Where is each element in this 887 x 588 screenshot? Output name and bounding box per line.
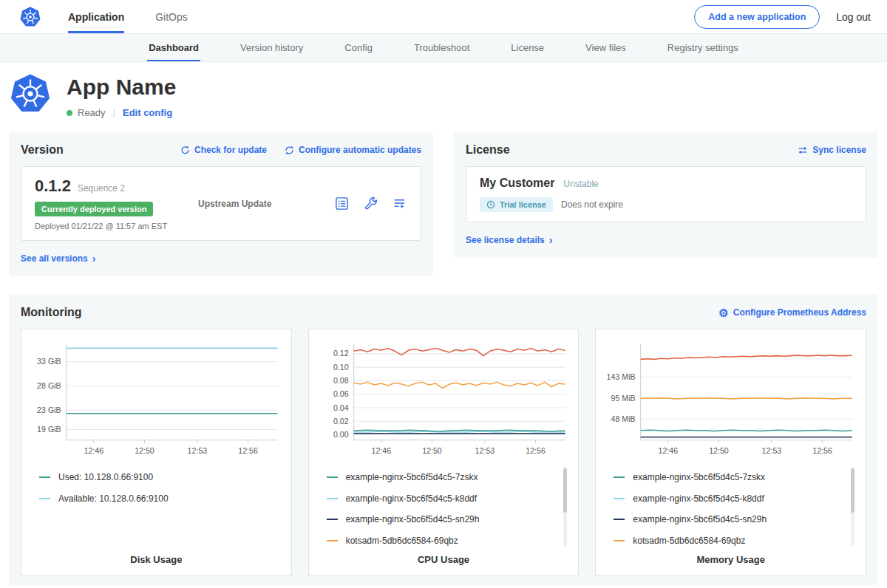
monitoring-card: Monitoring ⚙ Configure Prometheus Addres…	[9, 294, 878, 585]
subnav-tab-version-history[interactable]: Version history	[220, 34, 324, 61]
legend-label: example-nginx-5bc6f5d4c5-sn29h	[346, 514, 480, 524]
svg-text:48 MiB: 48 MiB	[611, 414, 636, 423]
legend-item: example-nginx-5bc6f5d4c5-sn29h	[614, 509, 855, 530]
deployed-version-badge: Currently deployed version	[35, 202, 153, 216]
svg-text:12:53: 12:53	[475, 446, 495, 455]
subnav-tab-config[interactable]: Config	[324, 34, 393, 61]
version-card-title: Version	[21, 143, 64, 157]
chevron-right-icon: ›	[549, 235, 553, 245]
page-title: App Name	[67, 75, 176, 100]
legend-item: example-nginx-5bc6f5d4c5-7zskx	[614, 467, 855, 488]
svg-text:12:56: 12:56	[526, 446, 546, 455]
tab-gitops-label: GitOps	[155, 11, 188, 23]
legend-label: example-nginx-5bc6f5d4c5-7zskx	[346, 472, 478, 482]
customer-name: My Customer	[480, 177, 554, 190]
subnav-tab-dashboard[interactable]: Dashboard	[128, 34, 220, 61]
legend-label: example-nginx-5bc6f5d4c5-sn29h	[633, 514, 767, 524]
subnav-label: Registry settings	[667, 42, 738, 53]
svg-text:12:53: 12:53	[188, 446, 208, 455]
see-all-versions-label: See all versions	[21, 253, 88, 264]
deployed-timestamp: Deployed 01/21/22 @ 11:57 am EST	[35, 222, 171, 230]
kubernetes-logo-icon	[19, 0, 41, 33]
chart-title: Memory Usage	[603, 554, 858, 565]
disk-usage-chart: 19 GiB23 GiB28 GiB33 GiB12:4612:5012:531…	[29, 338, 284, 458]
svg-text:12:50: 12:50	[422, 446, 442, 455]
tab-application[interactable]: Application	[68, 0, 124, 33]
check-for-update-label: Check for update	[194, 145, 267, 155]
configure-automatic-updates-link[interactable]: Configure automatic updates	[285, 145, 421, 155]
legend-color-swatch	[39, 476, 50, 478]
legend-label: kotsadm-5db6dc6584-69qbz	[633, 536, 745, 546]
see-license-details-link[interactable]: See license details ›	[466, 235, 552, 245]
svg-text:23 GiB: 23 GiB	[37, 406, 61, 414]
legend-label: example-nginx-5bc6f5d4c5-k8ddf	[633, 493, 764, 504]
app-subnav: Dashboard Version history Config Trouble…	[0, 34, 887, 62]
sync-license-link[interactable]: Sync license	[798, 145, 866, 155]
cards-row: Version Check for update Configure autom…	[0, 130, 887, 276]
tab-gitops[interactable]: GitOps	[155, 0, 188, 33]
legend-item: kotsadm-5db6dc6584-69qbz	[327, 530, 568, 552]
license-box: My Customer Unstable Trial license Does …	[466, 166, 866, 222]
clock-icon	[486, 200, 495, 209]
legend-item: kotsadm-5db6dc6584-69qbz	[614, 530, 855, 552]
current-version-box: 0.1.2 Sequence 2 Currently deployed vers…	[21, 166, 421, 241]
legend-color-swatch	[614, 519, 625, 520]
svg-text:0.10: 0.10	[333, 363, 349, 372]
disk-usage-panel: 19 GiB23 GiB28 GiB33 GiB12:4612:5012:531…	[21, 329, 292, 576]
logout-button[interactable]: Log out	[836, 11, 871, 23]
legend-label: Available: 10.128.0.66:9100	[58, 493, 169, 504]
legend-color-swatch	[614, 476, 625, 478]
legend-scrollbar-thumb[interactable]	[563, 468, 567, 513]
legend-item: Used: 10.128.0.66:9100	[39, 467, 281, 488]
app-status: Ready	[78, 107, 106, 118]
legend-label: Used: 10.128.0.66:9100	[58, 472, 153, 482]
subnav-tab-view-files[interactable]: View files	[565, 34, 647, 61]
svg-text:12:50: 12:50	[135, 446, 154, 455]
cpu-usage-panel: 0.000.020.040.060.080.100.1212:4612:5012…	[308, 329, 580, 576]
configure-prometheus-link[interactable]: ⚙ Configure Prometheus Address	[718, 307, 866, 318]
legend-label: example-nginx-5bc6f5d4c5-7zskx	[633, 472, 765, 482]
version-number: 0.1.2	[35, 177, 71, 196]
svg-text:12:56: 12:56	[813, 446, 833, 455]
subnav-label: Dashboard	[149, 42, 199, 53]
upstream-update-label: Upstream Update	[198, 199, 271, 209]
legend-color-swatch	[327, 476, 338, 478]
svg-text:0.06: 0.06	[333, 389, 349, 398]
legend-item: example-nginx-5bc6f5d4c5-k8ddf	[614, 488, 855, 510]
license-expiration: Does not expire	[561, 199, 623, 210]
add-new-application-button[interactable]: Add a new application	[694, 5, 820, 29]
svg-text:0.00: 0.00	[333, 430, 349, 439]
memory-usage-legend: example-nginx-5bc6f5d4c5-7zskxexample-ng…	[614, 467, 855, 551]
cpu-usage-chart: 0.000.020.040.060.080.100.1212:4612:5012…	[316, 338, 571, 458]
deploy-logs-icon[interactable]	[392, 196, 407, 211]
chevron-right-icon: ›	[92, 253, 96, 264]
see-all-versions-link[interactable]: See all versions ›	[21, 253, 95, 264]
svg-text:95 MiB: 95 MiB	[611, 394, 636, 403]
release-notes-icon[interactable]	[334, 196, 350, 211]
subnav-tab-troubleshoot[interactable]: Troubleshoot	[393, 34, 490, 61]
legend-item: example-nginx-5bc6f5d4c5-k8ddf	[327, 488, 568, 510]
svg-text:12:46: 12:46	[659, 446, 679, 455]
legend-color-swatch	[614, 498, 625, 499]
gear-icon: ⚙	[718, 307, 728, 318]
subnav-tab-license[interactable]: License	[490, 34, 565, 61]
legend-color-swatch	[327, 498, 338, 499]
edit-config-link[interactable]: Edit config	[123, 107, 172, 118]
svg-text:0.04: 0.04	[333, 403, 349, 412]
legend-scrollbar-thumb[interactable]	[851, 468, 854, 513]
auto-update-icon	[285, 146, 294, 155]
svg-text:0.12: 0.12	[333, 349, 349, 358]
svg-text:0.08: 0.08	[333, 376, 349, 385]
legend-color-swatch	[327, 519, 338, 520]
sync-license-label: Sync license	[812, 145, 866, 155]
refresh-icon	[180, 146, 190, 155]
license-card-title: License	[466, 143, 510, 157]
topnav-right: Add a new application Log out	[694, 0, 871, 33]
subnav-tab-registry-settings[interactable]: Registry settings	[647, 34, 759, 61]
svg-text:12:53: 12:53	[762, 446, 782, 455]
subnav-label: Config	[344, 42, 373, 53]
check-for-update-link[interactable]: Check for update	[180, 145, 267, 155]
version-sequence: Sequence 2	[78, 183, 125, 194]
config-wrench-icon[interactable]	[363, 196, 378, 211]
top-navbar: Application GitOps Add a new application…	[0, 0, 887, 34]
